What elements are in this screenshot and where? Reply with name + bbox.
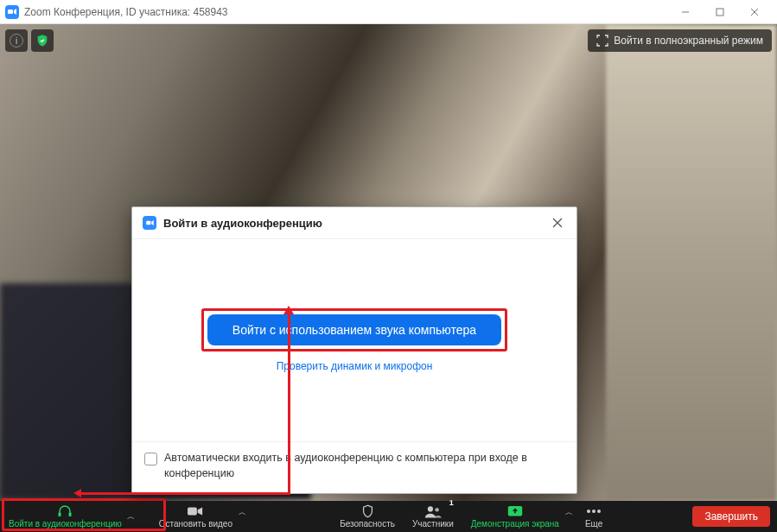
window-maximize-button[interactable] xyxy=(703,0,737,23)
window-title: Zoom Конференция, ID участника: 458943 xyxy=(24,6,668,18)
audio-options-caret[interactable]: ︿ xyxy=(127,511,135,522)
more-label: Еще xyxy=(585,519,602,529)
svg-rect-2 xyxy=(716,9,723,16)
participants-icon xyxy=(424,504,442,518)
dialog-title: Войти в аудиоконференцию xyxy=(163,217,549,230)
dialog-close-button[interactable] xyxy=(549,214,566,231)
window-minimize-button[interactable] xyxy=(668,0,703,23)
fullscreen-icon xyxy=(596,35,608,47)
shield-icon xyxy=(361,504,374,518)
svg-rect-9 xyxy=(69,513,72,517)
svg-rect-5 xyxy=(146,221,150,225)
svg-rect-8 xyxy=(59,513,61,517)
participants-count: 1 xyxy=(449,498,454,507)
annotation-arrow xyxy=(288,313,290,494)
share-screen-button[interactable]: Демонстрация экрана ︿ xyxy=(462,501,576,532)
auto-join-audio-label: Автоматически входить в аудиоконференцию… xyxy=(164,451,564,481)
share-screen-label: Демонстрация экрана xyxy=(471,519,559,529)
share-screen-icon xyxy=(507,504,523,518)
share-options-caret[interactable]: ︿ xyxy=(565,507,573,518)
meeting-info-button[interactable]: i xyxy=(5,29,28,52)
join-audio-label: Войти в аудиоконференцию xyxy=(9,519,122,529)
svg-point-11 xyxy=(428,506,433,511)
enter-fullscreen-button[interactable]: Войти в полноэкранный режим xyxy=(588,29,772,52)
zoom-logo-icon xyxy=(5,5,19,19)
join-with-computer-audio-button[interactable]: Войти с использованием звука компьютера xyxy=(207,314,501,345)
svg-point-15 xyxy=(592,510,595,513)
svg-rect-10 xyxy=(188,508,197,516)
window-close-button[interactable] xyxy=(737,0,772,23)
end-meeting-button[interactable]: Завершить xyxy=(692,506,770,527)
zoom-logo-icon xyxy=(143,216,156,230)
join-audio-button[interactable]: Войти в аудиоконференцию xyxy=(0,501,125,532)
audio-join-dialog: Войти в аудиоконференцию Войти с использ… xyxy=(131,206,577,494)
svg-point-12 xyxy=(435,507,439,511)
window-titlebar: Zoom Конференция, ID участника: 458943 xyxy=(0,0,777,24)
test-speaker-mic-link[interactable]: Проверить динамик и микрофон xyxy=(277,360,433,372)
security-label: Безопасность xyxy=(340,519,395,529)
auto-join-audio-checkbox[interactable] xyxy=(144,453,157,466)
participants-button[interactable]: 1 Участники xyxy=(404,501,462,532)
video-camera-icon xyxy=(188,504,203,518)
stop-video-label: Остановить видео xyxy=(159,519,232,529)
video-area: i Войти в полноэкранный режим Войти в ау… xyxy=(0,24,777,501)
meeting-toolbar: Войти в аудиоконференцию ︿ Остановить ви… xyxy=(0,501,777,532)
annotation-highlight: Войти с использованием звука компьютера xyxy=(201,308,507,352)
annotation-arrow xyxy=(80,492,290,495)
video-options-caret[interactable]: ︿ xyxy=(239,507,246,518)
security-button[interactable]: Безопасность xyxy=(331,501,404,532)
participants-label: Участники xyxy=(412,519,454,529)
svg-point-14 xyxy=(587,510,590,513)
more-icon xyxy=(586,504,602,518)
svg-rect-0 xyxy=(8,10,13,14)
stop-video-button[interactable]: Остановить видео ︿ xyxy=(150,501,250,532)
encryption-shield-icon[interactable] xyxy=(31,29,54,52)
headphones-icon xyxy=(57,504,73,518)
fullscreen-label: Войти в полноэкранный режим xyxy=(614,35,763,47)
more-button[interactable]: Еще xyxy=(576,501,611,532)
svg-point-16 xyxy=(597,510,601,513)
